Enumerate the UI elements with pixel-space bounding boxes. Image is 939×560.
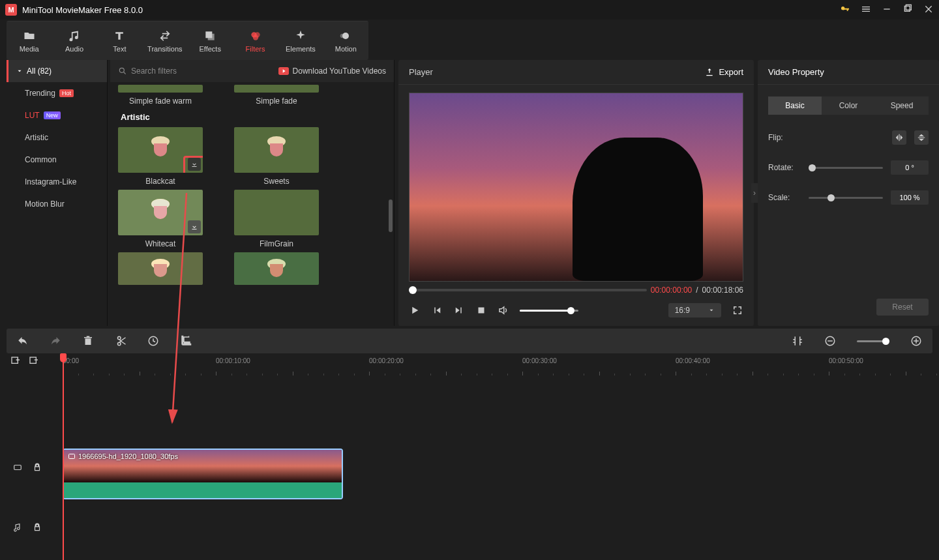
sidebar-all[interactable]: All (82) — [7, 60, 107, 82]
zoom-in-button[interactable] — [910, 335, 922, 347]
split-button[interactable] — [115, 335, 127, 347]
filter-thumb[interactable] — [118, 252, 203, 285]
tab-filters[interactable]: Filters — [233, 23, 278, 59]
volume-slider[interactable] — [520, 310, 578, 312]
scale-value[interactable]: 100 % — [891, 190, 929, 205]
sidebar-item-motionblur[interactable]: Motion Blur — [7, 193, 107, 215]
svg-rect-0 — [884, 8, 889, 9]
lock-icon[interactable] — [33, 463, 42, 474]
motion-icon — [339, 29, 352, 42]
category-title: Artistic — [121, 112, 386, 122]
play-button[interactable] — [409, 304, 421, 316]
search-placeholder: Search filters — [131, 66, 177, 76]
reset-button[interactable]: Reset — [876, 299, 929, 316]
maximize-icon[interactable] — [902, 4, 913, 16]
filter-grid-panel: Search filters Download YouTube Videos S… — [110, 60, 395, 326]
sidebar-item-trending[interactable]: Trending Hot — [7, 82, 107, 104]
zoom-slider[interactable] — [857, 340, 889, 342]
filter-thumb-sweets[interactable]: Sweets — [234, 127, 319, 186]
tab-color[interactable]: Color — [822, 96, 875, 115]
music-icon — [68, 29, 81, 42]
undo-button[interactable] — [17, 335, 29, 347]
filter-thumb-filmgrain[interactable]: FilmGrain — [234, 190, 319, 248]
next-frame-button[interactable] — [453, 304, 465, 316]
thumb-label: Whitecat — [118, 239, 203, 248]
filter-thumb[interactable]: Simple fade — [234, 85, 319, 106]
player-panel: Player Export 00:00:00:00 / 00:00:18:06 … — [398, 60, 754, 326]
timeline-ruler[interactable]: 00:00 00:00:10:00 00:00:20:00 00:00:30:0… — [63, 353, 939, 378]
main-toolbar: Media Audio Text Transitions Effects Fil… — [7, 21, 368, 60]
tab-elements-label: Elements — [286, 45, 316, 53]
filter-thumb[interactable] — [234, 252, 319, 285]
tab-text[interactable]: Text — [97, 23, 142, 59]
fullscreen-button[interactable] — [732, 304, 743, 316]
timeline-clip[interactable]: 1966695-hd_1920_1080_30fps — [63, 449, 343, 499]
minimize-icon[interactable] — [882, 4, 892, 16]
svg-rect-12 — [479, 308, 484, 314]
thumb-preview — [234, 127, 319, 173]
aspect-ratio-select[interactable]: 16:9 — [668, 303, 721, 317]
export-button[interactable]: Export — [704, 67, 743, 78]
close-icon[interactable] — [923, 4, 934, 16]
zoom-out-button[interactable] — [824, 335, 836, 347]
download-filter-button[interactable] — [188, 158, 201, 171]
download-filter-button[interactable] — [188, 220, 201, 233]
prev-frame-button[interactable] — [431, 304, 443, 316]
tab-speed[interactable]: Speed — [875, 96, 929, 115]
filter-thumb-whitecat[interactable]: Whitecat — [118, 190, 203, 248]
svg-rect-4 — [208, 33, 215, 40]
tab-motion[interactable]: Motion — [323, 23, 368, 59]
svg-rect-2 — [906, 5, 911, 10]
sidebar-item-lut[interactable]: LUT New — [7, 104, 107, 126]
tab-elements[interactable]: Elements — [278, 23, 323, 59]
lock-icon[interactable] — [33, 523, 42, 534]
tab-effects[interactable]: Effects — [188, 23, 233, 59]
crop-button[interactable] — [180, 335, 192, 347]
scale-slider[interactable] — [809, 197, 883, 199]
filter-thumb-blackcat[interactable]: Blackcat — [118, 127, 203, 186]
tab-transitions[interactable]: Transitions — [142, 23, 187, 59]
text-icon — [113, 29, 126, 42]
timeline[interactable]: 00:00 00:00:10:00 00:00:20:00 00:00:30:0… — [0, 353, 939, 560]
menu-icon[interactable] — [861, 4, 871, 16]
thumb-label: Blackcat — [118, 177, 203, 186]
tab-audio[interactable]: Audio — [52, 23, 97, 59]
add-track-button[interactable] — [10, 356, 21, 368]
sidebar-item-common[interactable]: Common — [7, 149, 107, 171]
speed-button[interactable] — [147, 335, 159, 347]
tab-media[interactable]: Media — [7, 23, 52, 59]
tab-effects-label: Effects — [199, 45, 220, 53]
stop-button[interactable] — [475, 304, 487, 316]
rotate-slider[interactable] — [809, 167, 883, 169]
fit-button[interactable] — [792, 335, 803, 347]
flip-horizontal-button[interactable] — [892, 130, 906, 145]
sidebar-item-label: Instagram-Like — [25, 177, 76, 186]
tab-label: Color — [839, 101, 858, 110]
playhead[interactable] — [63, 353, 64, 560]
app-logo: M — [5, 4, 17, 16]
thumb-preview — [118, 190, 203, 235]
sidebar-item-artistic[interactable]: Artistic — [7, 126, 107, 149]
sidebar-item-instagram[interactable]: Instagram-Like — [7, 171, 107, 193]
tab-basic[interactable]: Basic — [768, 96, 822, 115]
redo-button[interactable] — [50, 335, 61, 347]
filter-thumb[interactable]: Simple fade warm — [118, 85, 203, 106]
download-youtube-link[interactable]: Download YouTube Videos — [278, 66, 386, 76]
rotate-value[interactable]: 0 ° — [891, 160, 929, 175]
svg-point-10 — [119, 68, 124, 72]
thumb-preview — [118, 252, 203, 285]
search-filters[interactable]: Search filters — [118, 66, 177, 76]
playback-slider[interactable] — [409, 289, 647, 291]
thumb-preview — [118, 127, 203, 173]
volume-button[interactable] — [498, 304, 509, 316]
flip-vertical-button[interactable] — [914, 130, 929, 145]
export-label: Export — [719, 67, 743, 77]
sidebar-all-label: All (82) — [27, 66, 52, 76]
video-preview[interactable] — [409, 93, 743, 282]
key-icon[interactable] — [840, 4, 850, 16]
scrollbar-thumb[interactable] — [389, 199, 393, 232]
delete-button[interactable] — [82, 335, 94, 347]
remove-track-button[interactable] — [29, 356, 39, 368]
panel-collapse-handle[interactable]: › — [751, 183, 758, 203]
timeline-toolbar — [7, 329, 932, 353]
